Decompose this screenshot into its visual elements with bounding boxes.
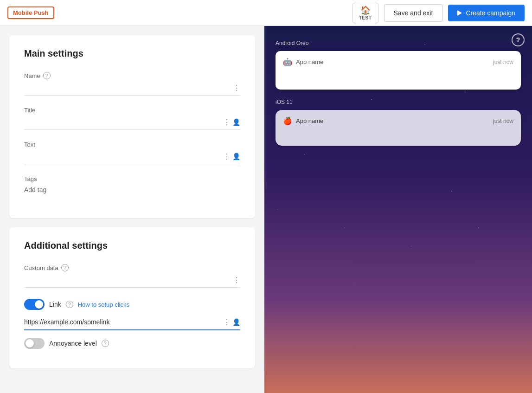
drag-handle-icon[interactable]: ⋮ bbox=[233, 84, 240, 92]
how-to-setup-link[interactable]: How to setup clicks bbox=[78, 301, 129, 308]
text-label: Text bbox=[24, 141, 35, 148]
title-input[interactable] bbox=[24, 116, 219, 128]
annoyance-toggle[interactable] bbox=[24, 338, 45, 349]
tags-group: Tags Add tag bbox=[24, 175, 240, 194]
play-icon bbox=[457, 10, 462, 16]
test-button[interactable]: 🏠 TEST bbox=[353, 3, 378, 23]
ios-notification: 🍎 App name just now bbox=[276, 110, 521, 146]
android-icon: 🤖 bbox=[283, 58, 292, 66]
custom-data-input[interactable] bbox=[24, 274, 229, 285]
personalize-icon[interactable]: 👤 bbox=[232, 318, 240, 326]
custom-data-label-row: Custom data ? bbox=[24, 264, 240, 271]
title-input-row: ⋮ 👤 bbox=[24, 116, 240, 130]
name-input[interactable] bbox=[24, 82, 229, 93]
custom-data-group: Custom data ? ⋮ bbox=[24, 264, 240, 288]
additional-settings-title: Additional settings bbox=[24, 240, 240, 251]
drag-handle-icon[interactable]: ⋮ bbox=[223, 152, 231, 161]
custom-data-actions: ⋮ bbox=[233, 276, 240, 284]
link-label: Link bbox=[49, 301, 61, 308]
title-input-actions: ⋮ 👤 bbox=[223, 118, 240, 127]
text-input[interactable] bbox=[24, 151, 219, 162]
text-input-row: ⋮ 👤 bbox=[24, 151, 240, 164]
ios-app-name: App name bbox=[296, 117, 323, 124]
android-notif-body bbox=[283, 70, 513, 83]
annoyance-label: Annoyance level bbox=[49, 340, 97, 347]
drag-handle-icon[interactable]: ⋮ bbox=[223, 318, 231, 327]
android-label: Android Oreo bbox=[276, 40, 521, 46]
text-group: Text ⋮ 👤 bbox=[24, 141, 240, 164]
name-help-icon[interactable]: ? bbox=[43, 72, 51, 79]
link-toggle-row: Link ? How to setup clicks bbox=[24, 299, 240, 310]
link-help-icon[interactable]: ? bbox=[66, 301, 73, 308]
test-label: TEST bbox=[359, 15, 372, 20]
main-settings-card: Main settings Name ? ⋮ Title bbox=[9, 35, 255, 218]
android-notif-time: just now bbox=[493, 59, 513, 65]
preview-area: Android Oreo 🤖 App name just now iOS 11 … bbox=[264, 26, 532, 155]
additional-settings-card: Additional settings Custom data ? ⋮ bbox=[9, 227, 255, 368]
title-label: Title bbox=[24, 107, 35, 114]
name-input-row: ⋮ bbox=[24, 82, 240, 96]
add-tag-button[interactable]: Add tag bbox=[24, 186, 46, 193]
header-right: 🏠 TEST Save and exit Create campaign bbox=[353, 3, 525, 23]
create-campaign-button[interactable]: Create campaign bbox=[448, 5, 525, 21]
preview-help-icon[interactable]: ? bbox=[512, 33, 525, 46]
android-app-name: App name bbox=[296, 58, 323, 65]
header-left: Mobile Push bbox=[7, 6, 54, 19]
ios-notif-time: just now bbox=[493, 118, 513, 124]
drag-handle-icon[interactable]: ⋮ bbox=[233, 276, 240, 284]
ios-app-row: 🍎 App name bbox=[283, 116, 323, 125]
personalize-icon[interactable]: 👤 bbox=[232, 118, 240, 126]
custom-data-label: Custom data bbox=[24, 264, 58, 271]
text-input-actions: ⋮ 👤 bbox=[223, 152, 240, 161]
annoyance-toggle-row: Annoyance level ? bbox=[24, 338, 240, 349]
link-toggle-slider bbox=[24, 299, 45, 310]
annoyance-toggle-slider bbox=[24, 338, 45, 349]
link-input-actions: ⋮ 👤 bbox=[223, 318, 240, 327]
name-label: Name bbox=[24, 72, 40, 79]
name-input-actions: ⋮ bbox=[233, 84, 240, 92]
android-notif-header: 🤖 App name just now bbox=[283, 58, 513, 66]
main-content: Main settings Name ? ⋮ Title bbox=[0, 26, 532, 393]
tags-label: Tags bbox=[24, 175, 37, 182]
custom-data-help-icon[interactable]: ? bbox=[61, 264, 69, 271]
name-label-row: Name ? bbox=[24, 72, 240, 79]
home-icon: 🏠 bbox=[360, 5, 371, 15]
ios-notif-body bbox=[283, 128, 513, 139]
android-app-row: 🤖 App name bbox=[283, 58, 323, 66]
link-input-row: ⋮ 👤 bbox=[24, 316, 240, 330]
annoyance-help-icon[interactable]: ? bbox=[102, 340, 109, 347]
tags-label-row: Tags bbox=[24, 175, 240, 182]
link-toggle[interactable] bbox=[24, 299, 45, 310]
save-exit-button[interactable]: Save and exit bbox=[384, 4, 443, 22]
ios-label: iOS 11 bbox=[276, 99, 521, 105]
custom-data-input-row: ⋮ bbox=[24, 274, 240, 288]
personalize-icon[interactable]: 👤 bbox=[232, 153, 240, 160]
header: Mobile Push 🏠 TEST Save and exit Create … bbox=[0, 0, 532, 26]
ios-notif-header: 🍎 App name just now bbox=[283, 116, 513, 125]
text-label-row: Text bbox=[24, 141, 240, 148]
main-settings-title: Main settings bbox=[24, 48, 240, 59]
right-panel: ? Android Oreo 🤖 App name just now iOS 1… bbox=[264, 26, 532, 393]
drag-handle-icon[interactable]: ⋮ bbox=[223, 118, 231, 127]
link-input[interactable] bbox=[24, 316, 219, 328]
create-campaign-label: Create campaign bbox=[466, 9, 515, 17]
mobile-push-badge[interactable]: Mobile Push bbox=[7, 6, 54, 19]
title-group: Title ⋮ 👤 bbox=[24, 107, 240, 130]
apple-icon: 🍎 bbox=[283, 116, 292, 125]
left-panel: Main settings Name ? ⋮ Title bbox=[0, 26, 264, 393]
title-label-row: Title bbox=[24, 107, 240, 114]
android-notification: 🤖 App name just now bbox=[276, 51, 521, 90]
name-group: Name ? ⋮ bbox=[24, 72, 240, 96]
